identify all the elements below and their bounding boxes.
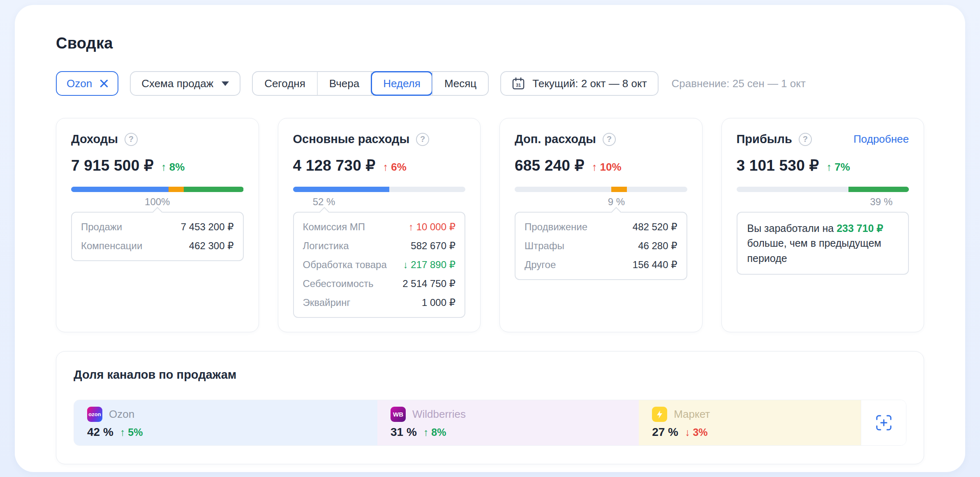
help-icon[interactable]: ? (603, 133, 616, 146)
row-label: Логистика (303, 240, 349, 252)
row-value: 2 514 750 ₽ (402, 278, 455, 289)
card-extra-expenses: Доп. расходы ? 685 240 ₽ ↑ 10% 9 % Продв… (499, 118, 703, 332)
row-value: ↓ 217 890 ₽ (403, 259, 455, 271)
income-breakdown: Продажи 7 453 200 ₽ Компенсации 462 300 … (71, 212, 244, 261)
income-delta: ↑ 8% (161, 161, 185, 174)
row-label: Другое (525, 259, 556, 271)
help-icon[interactable]: ? (125, 133, 138, 146)
profit-delta: ↑ 7% (826, 161, 850, 174)
breakdown-row: Продвижение 482 520 ₽ (525, 218, 677, 236)
breakdown-row: Комиссия МП ↑ 10 000 ₽ (303, 218, 456, 236)
channels-card: Доля каналов по продажам ozon Ozon 42 % … (56, 351, 924, 464)
channel-delta: ↑ 5% (120, 426, 143, 438)
profit-note-box: Вы заработали на 233 710 ₽ больше, чем в… (737, 212, 909, 275)
tab-today[interactable]: Сегодня (253, 72, 317, 95)
channel-delta: ↑ 8% (423, 426, 446, 438)
filter-bar: Ozon Схема продаж Сегодня Вчера Неделя М… (56, 71, 924, 96)
row-label: Комиссия МП (303, 221, 365, 233)
breakdown-row: Логистика 582 670 ₽ (303, 236, 456, 255)
main-expenses-breakdown: Комиссия МП ↑ 10 000 ₽ Логистика 582 670… (293, 212, 466, 318)
breakdown-row: Штрафы 46 280 ₽ (525, 236, 677, 255)
extra-expenses-breakdown: Продвижение 482 520 ₽ Штрафы 46 280 ₽ Др… (515, 212, 687, 280)
tab-month[interactable]: Месяц (432, 72, 488, 95)
tab-yesterday[interactable]: Вчера (317, 72, 371, 95)
income-title: Доходы (71, 132, 118, 146)
market-lightning-icon (652, 407, 667, 422)
close-icon[interactable] (99, 78, 109, 89)
row-label: Обработка товара (303, 259, 387, 271)
extra-expenses-value: 685 240 ₽ (515, 157, 584, 174)
summary-panel: Сводка Ozon Схема продаж Сегодня Вчера Н… (15, 5, 965, 472)
row-value: 582 670 ₽ (411, 240, 455, 252)
row-label: Компенсации (81, 240, 142, 252)
tab-today-label: Сегодня (264, 77, 305, 90)
tab-week-label: Неделя (383, 77, 421, 90)
row-value: 462 300 ₽ (189, 240, 234, 252)
tab-month-label: Месяц (444, 77, 476, 90)
channel-segment-market[interactable]: Маркет 27 % ↓ 3% (639, 400, 861, 445)
tab-yesterday-label: Вчера (329, 77, 359, 90)
channels-title: Доля каналов по продажам (74, 368, 906, 382)
row-value: 1 000 ₽ (422, 297, 455, 308)
breakdown-row: Продажи 7 453 200 ₽ (81, 218, 234, 236)
date-range-label: Текущий: 2 окт — 8 окт (532, 77, 647, 90)
help-icon[interactable]: ? (416, 133, 429, 146)
row-value: 156 440 ₽ (633, 259, 677, 271)
channel-name: Ozon (109, 408, 134, 421)
ozon-logo-icon: ozon (87, 407, 102, 422)
extra-expenses-delta: ↑ 10% (592, 161, 621, 174)
sales-scheme-label: Схема продаж (141, 77, 213, 90)
channel-segment-ozon[interactable]: ozon Ozon 42 % ↑ 5% (74, 400, 377, 445)
help-icon[interactable]: ? (799, 133, 812, 146)
profit-details-link[interactable]: Подробнее (853, 133, 909, 146)
main-expenses-title: Основные расходы (293, 132, 410, 146)
period-segmented-control: Сегодня Вчера Неделя Месяц (252, 71, 489, 96)
income-progress-bar (71, 187, 244, 192)
expand-channels-button[interactable] (861, 400, 906, 445)
profit-note: Вы заработали на 233 710 ₽ больше, чем в… (747, 218, 899, 269)
main-expenses-progress-bar (293, 187, 466, 192)
row-value: ↑ 10 000 ₽ (409, 221, 455, 233)
tab-week[interactable]: Неделя (371, 72, 432, 95)
breakdown-row: Обработка товара ↓ 217 890 ₽ (303, 255, 456, 274)
row-value: 7 453 200 ₽ (181, 221, 234, 233)
profit-value: 3 101 530 ₽ (737, 157, 819, 174)
channel-chip-label: Ozon (67, 77, 92, 90)
extra-expenses-progress-bar (515, 187, 687, 192)
card-main-expenses: Основные расходы ? 4 128 730 ₽ ↑ 6% 52 %… (278, 118, 481, 332)
channel-segment-wildberries[interactable]: WB Wildberries 31 % ↑ 8% (377, 400, 639, 445)
extra-expenses-title: Доп. расходы (515, 132, 596, 146)
date-range-picker[interactable]: 31 Текущий: 2 окт — 8 окт (500, 71, 658, 96)
channels-stacked-bar: ozon Ozon 42 % ↑ 5% WB Wildberries 31 % … (74, 400, 906, 446)
row-value: 482 520 ₽ (633, 221, 677, 233)
channel-name: Маркет (674, 408, 710, 421)
channel-name: Wildberries (412, 408, 466, 421)
wildberries-logo-icon: WB (391, 407, 406, 422)
profit-title: Прибыль (737, 132, 792, 146)
row-label: Эквайринг (303, 297, 351, 308)
row-label: Продвижение (525, 221, 587, 233)
channel-filter-chip[interactable]: Ozon (56, 71, 118, 96)
svg-text:31: 31 (516, 83, 521, 88)
profit-note-after: больше, чем в предыдущем периоде (747, 237, 881, 264)
page-title: Сводка (56, 35, 924, 52)
card-income: Доходы ? 7 915 500 ₽ ↑ 8% 100% Продажи 7… (56, 118, 259, 332)
calendar-icon: 31 (512, 77, 525, 90)
expand-plus-icon (874, 413, 893, 432)
chevron-down-icon (222, 81, 229, 86)
income-percent: 100% (145, 196, 170, 208)
main-expenses-percent: 52 % (313, 196, 335, 208)
channel-share: 42 % (87, 426, 113, 439)
channel-delta: ↓ 3% (685, 426, 708, 438)
main-expenses-value: 4 128 730 ₽ (293, 157, 376, 174)
breakdown-row: Себестоимость 2 514 750 ₽ (303, 274, 456, 293)
row-label: Себестоимость (303, 278, 374, 289)
row-value: 46 280 ₽ (638, 240, 677, 252)
extra-expenses-percent: 9 % (608, 196, 625, 208)
card-profit: Прибыль ? Подробнее 3 101 530 ₽ ↑ 7% 39 … (721, 118, 925, 332)
comparison-period-label: Сравнение: 25 сен — 1 окт (672, 77, 806, 90)
profit-progress-bar (737, 187, 909, 192)
row-label: Штрафы (525, 240, 564, 252)
sales-scheme-dropdown[interactable]: Схема продаж (130, 71, 240, 96)
breakdown-row: Другое 156 440 ₽ (525, 255, 677, 274)
